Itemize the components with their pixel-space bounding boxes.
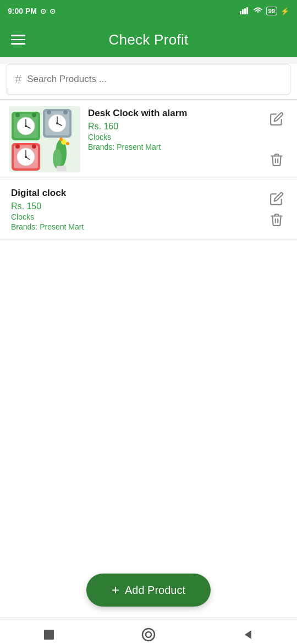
circle-nav-button[interactable] [135, 621, 162, 645]
wifi-icon [253, 7, 263, 16]
delete-icon [270, 212, 284, 227]
list-item: Digital clock Rs. 150 Clocks Brands: Pre… [0, 179, 297, 239]
svg-rect-3 [246, 7, 248, 14]
edit-button[interactable] [266, 108, 287, 129]
product-category: Clocks [88, 133, 265, 141]
delete-icon [270, 152, 284, 167]
product-brand: Brands: Present Mart [88, 143, 265, 151]
svg-point-11 [15, 113, 20, 117]
svg-point-12 [32, 113, 36, 117]
main-content: # [0, 64, 297, 644]
location2-icon: ⊙ [50, 7, 56, 15]
svg-point-20 [63, 110, 68, 114]
svg-point-36 [142, 629, 155, 641]
signal-icon [240, 7, 250, 16]
svg-marker-38 [245, 630, 251, 639]
svg-point-37 [146, 632, 151, 637]
back-icon [241, 628, 255, 641]
edit-icon [270, 112, 284, 126]
svg-rect-0 [240, 11, 241, 14]
svg-point-33 [59, 138, 63, 141]
search-input[interactable] [27, 74, 282, 85]
menu-line-2 [11, 39, 25, 41]
product-actions [265, 186, 288, 232]
battery-display: 99 [266, 7, 277, 15]
status-bar-left: 9:00 PM ⊙ ⊙ [8, 7, 56, 15]
delete-button[interactable] [266, 209, 287, 230]
svg-rect-35 [44, 630, 54, 640]
bolt-icon: ⚡ [280, 7, 289, 15]
product-name: Desk Clock with alarm [88, 107, 265, 119]
time-display: 9:00 PM [8, 7, 37, 15]
svg-point-27 [15, 144, 20, 149]
svg-point-26 [25, 156, 27, 158]
menu-button[interactable] [11, 35, 25, 45]
app-title: Check Profit [108, 31, 188, 48]
status-bar: 9:00 PM ⊙ ⊙ 99 ⚡ [0, 0, 297, 22]
product-actions [265, 106, 288, 172]
product-info: Desk Clock with alarm Rs. 160 Clocks Bra… [88, 106, 265, 172]
product-image [9, 106, 80, 172]
square-nav-button[interactable] [37, 623, 61, 645]
svg-point-18 [56, 122, 58, 124]
product-price: Rs. 160 [88, 122, 265, 132]
svg-rect-2 [244, 8, 246, 14]
product-price: Rs. 150 [11, 201, 265, 211]
delete-button[interactable] [266, 149, 287, 170]
edit-icon [270, 192, 284, 206]
svg-point-30 [53, 149, 62, 168]
svg-rect-34 [57, 166, 67, 171]
product-info: Digital clock Rs. 150 Clocks Brands: Pre… [9, 186, 265, 232]
plus-icon: + [112, 583, 119, 597]
svg-point-10 [25, 125, 27, 127]
product-category: Clocks [11, 212, 265, 221]
bottom-nav [0, 618, 297, 644]
menu-line-3 [11, 43, 25, 45]
add-product-button[interactable]: + Add Product [86, 574, 211, 607]
hash-icon: # [15, 72, 21, 86]
search-bar: # [7, 64, 290, 95]
list-item: Desk Clock with alarm Rs. 160 Clocks Bra… [0, 100, 297, 179]
svg-rect-1 [242, 9, 244, 14]
status-bar-right: 99 ⚡ [240, 7, 289, 16]
app-bar: Check Profit [0, 22, 297, 57]
product-list: Desk Clock with alarm Rs. 160 Clocks Bra… [0, 99, 297, 239]
edit-button[interactable] [266, 188, 287, 209]
location-icon: ⊙ [40, 7, 46, 15]
svg-point-28 [32, 144, 36, 149]
product-brand: Brands: Present Mart [11, 222, 265, 231]
menu-line-1 [11, 35, 25, 36]
back-nav-button[interactable] [236, 623, 260, 645]
product-name: Digital clock [11, 187, 265, 199]
square-icon [42, 628, 56, 641]
add-product-label: Add Product [125, 584, 185, 597]
circle-icon [141, 627, 156, 642]
svg-point-19 [47, 110, 51, 114]
svg-point-32 [66, 142, 69, 145]
